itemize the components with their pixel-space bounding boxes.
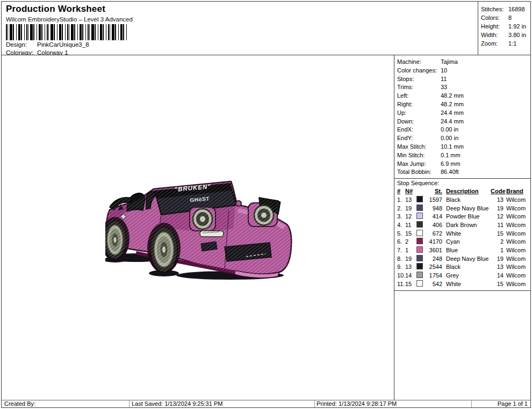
sequence-row: 3. 12 414 Powder Blue 12 Wilcom	[397, 213, 528, 221]
info-label: Stops:	[397, 75, 441, 84]
sequence-table: # N# St. Description Code Brand 1. 13	[394, 187, 530, 290]
page-number-cell: Page 1 of 1	[471, 400, 530, 407]
design-summary-box: Stitches: 16898 Colors: 8 Height: 1.92 i…	[478, 2, 530, 55]
info-row: Trims: 33	[397, 83, 530, 92]
thread-number: 15	[405, 230, 416, 238]
thread-swatch	[416, 263, 423, 269]
info-value: 24.4 mm	[441, 109, 530, 118]
info-row: Down: 24.4 mm	[397, 118, 530, 126]
thread-number: 1	[405, 246, 416, 255]
row-index: 8.	[397, 255, 405, 264]
thread-swatch	[416, 280, 423, 287]
thread-swatch	[416, 246, 423, 253]
sequence-row: 5. 15 672 White 15 Wilcom	[397, 230, 528, 238]
sequence-header-row: # N# St. Description Code Brand	[397, 187, 528, 196]
sequence-row: 1. 13 1597 Black 13 Wilcom	[397, 196, 528, 204]
thread-number: 2	[405, 238, 416, 246]
info-value: 48.2 mm	[441, 92, 530, 100]
info-row: Up: 24.4 mm	[397, 109, 530, 118]
thread-number: 19	[405, 204, 416, 213]
thread-code: 19	[491, 255, 505, 264]
thread-code: 11	[491, 221, 505, 230]
info-row: EndY: 0.00 in	[397, 134, 530, 143]
thread-code: 13	[491, 196, 505, 204]
machine-info-list: Machine: Tajima Color changes: 10 Stops:…	[394, 55, 530, 177]
stop-sequence-title: Stop Sequence:	[394, 179, 530, 187]
thread-brand: Wilcom	[505, 230, 529, 238]
thread-brand: Wilcom	[505, 246, 529, 255]
thread-brand: Wilcom	[505, 204, 529, 213]
summary-row: Width: 3.80 in	[481, 31, 530, 39]
summary-label: Zoom:	[481, 39, 508, 48]
thread-description: White	[444, 230, 491, 238]
stitch-count: 4170	[425, 238, 444, 246]
row-index: 4.	[397, 221, 405, 230]
col-brand: Brand	[505, 187, 529, 196]
header-section: Production Worksheet Wilcom EmbroiderySt…	[2, 2, 478, 55]
col-stitches: St.	[425, 187, 444, 196]
info-label: Up:	[397, 109, 441, 118]
design-row: Design: PinkCarUnique3_8	[6, 41, 89, 48]
last-saved-cell: Last Saved: 1/13/2024 9:25:31 PM	[129, 400, 314, 407]
thread-code: 2	[491, 238, 505, 246]
info-row: Left: 48.2 mm	[397, 92, 530, 100]
thread-swatch	[416, 272, 423, 278]
summary-label: Width:	[481, 31, 508, 39]
info-label: EndX:	[397, 126, 441, 134]
thread-swatch	[416, 213, 423, 219]
thread-brand: Wilcom	[505, 263, 529, 272]
thread-brand: Wilcom	[505, 213, 529, 221]
thread-code: 14	[491, 272, 505, 280]
summary-row: Height: 1.92 in	[481, 22, 530, 31]
info-value: 48.2 mm	[441, 100, 530, 109]
software-subtitle: Wilcom EmbroideryStudio – Level 3 Advanc…	[6, 16, 133, 23]
sequence-rows: 1. 13 1597 Black 13 Wilcom 2. 19	[397, 196, 528, 289]
embroidery-design: "BRUKEN" GHöST	[105, 177, 293, 284]
thread-description: Grey	[444, 272, 491, 280]
thread-code: 19	[491, 204, 505, 213]
row-index: 7.	[397, 246, 405, 255]
info-row: Machine: Tajima	[397, 58, 530, 67]
sequence-row: 2. 19 948 Deep Navy Blue 19 Wilcom	[397, 204, 528, 213]
info-label: Total Bobbin:	[397, 168, 441, 177]
col-index: #	[397, 187, 405, 196]
info-label: Left:	[397, 92, 441, 100]
thread-brand: Wilcom	[505, 238, 529, 246]
created-by-cell: Created By:	[2, 400, 129, 407]
thread-code: 13	[491, 263, 505, 272]
thread-description: Dark Brown	[444, 221, 491, 230]
thread-code: 15	[491, 230, 505, 238]
info-row: Max Jump: 6.9 mm	[397, 160, 530, 169]
thread-description: White	[444, 280, 491, 289]
design-value: PinkCarUnique3_8	[37, 41, 89, 48]
summary-label: Colors:	[481, 13, 508, 22]
info-row: EndX: 0.00 in	[397, 126, 530, 134]
stitch-texture	[105, 177, 293, 284]
info-label: EndY:	[397, 134, 441, 143]
summary-list: Stitches: 16898 Colors: 8 Height: 1.92 i…	[478, 2, 530, 48]
row-index: 3.	[397, 213, 405, 221]
stitch-count: 3601	[425, 246, 444, 255]
info-label: Max Stitch:	[397, 143, 441, 151]
row-index: 6.	[397, 238, 405, 246]
sequence-row: 9. 13 2544 Black 13 Wilcom	[397, 263, 528, 272]
printed-cell: Printed: 1/13/2024 9:28:17 PM	[314, 400, 471, 407]
sequence-row: 6. 2 4170 Cyan 2 Wilcom	[397, 238, 528, 246]
info-label: Machine:	[397, 58, 441, 67]
stitch-count: 2544	[425, 263, 444, 272]
info-label: Min Stitch:	[397, 151, 441, 160]
thread-number: 13	[405, 196, 416, 204]
stitch-count: 1597	[425, 196, 444, 204]
info-label: Color changes:	[397, 67, 441, 75]
thread-number: 11	[405, 221, 416, 230]
summary-value: 16898	[508, 5, 530, 13]
thread-description: Cyan	[444, 238, 491, 246]
footer-bar: Created By: Last Saved: 1/13/2024 9:25:3…	[2, 400, 530, 407]
thread-number: 15	[405, 280, 416, 289]
info-label: Down:	[397, 118, 441, 126]
thread-swatch	[416, 238, 423, 244]
sequence-row: 4. 11 406 Dark Brown 11 Wilcom	[397, 221, 528, 230]
thread-code: 15	[491, 280, 505, 289]
stitch-count: 672	[425, 230, 444, 238]
summary-label: Stitches:	[481, 5, 508, 13]
